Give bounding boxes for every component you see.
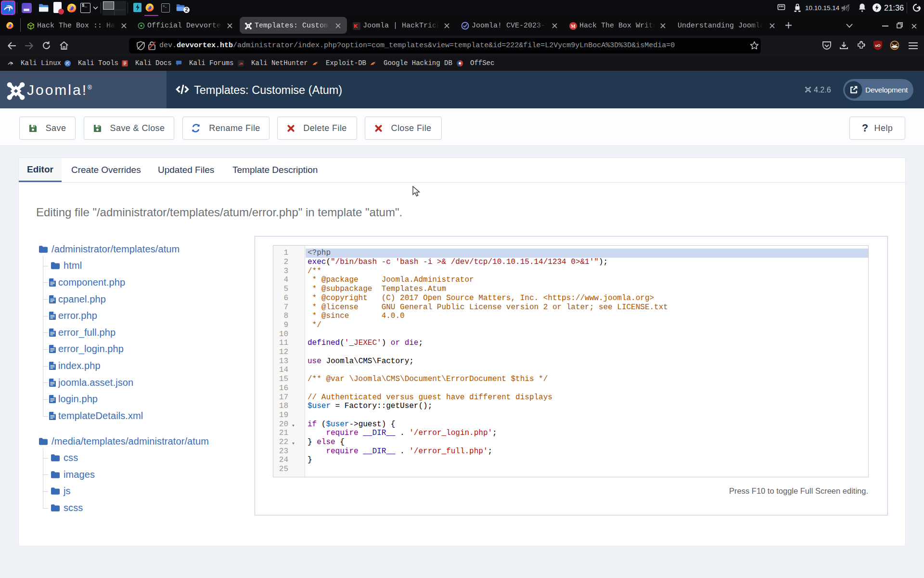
svg-text:M: M bbox=[571, 23, 576, 28]
svg-text:uO: uO bbox=[875, 43, 880, 48]
